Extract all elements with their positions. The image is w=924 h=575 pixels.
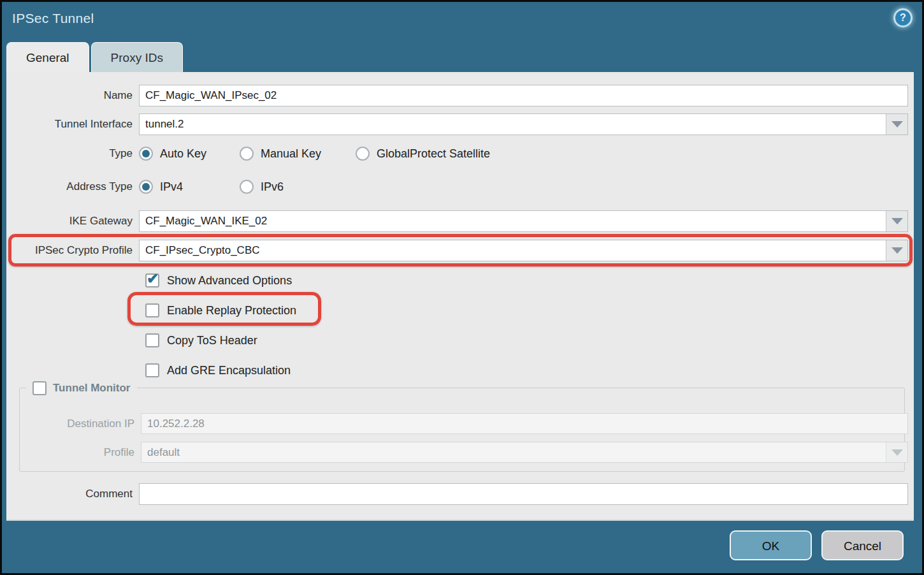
name-row: Name — [6, 85, 914, 106]
ipsec-crypto-profile-dropdown-button[interactable] — [886, 240, 907, 261]
ike-gateway-row: IKE Gateway — [6, 210, 914, 232]
destination-ip-field-wrap — [141, 413, 908, 434]
radio-manual-key-label: Manual Key — [261, 147, 335, 161]
enable-replay-protection-label: Enable Replay Protection — [167, 304, 296, 317]
comment-row: Comment — [6, 483, 914, 505]
ok-button[interactable]: OK — [730, 530, 812, 560]
tunnel-interface-label: Tunnel Interface — [6, 113, 133, 135]
address-type-label: Address Type — [6, 177, 133, 196]
address-type-radio-group: IPv4 IPv6 — [139, 177, 284, 196]
destination-ip-input — [141, 413, 908, 434]
tunnel-interface-input[interactable] — [139, 113, 908, 135]
name-field-wrap — [139, 85, 908, 106]
tunnel-monitor-checkbox[interactable] — [32, 381, 47, 395]
destination-ip-label: Destination IP — [26, 413, 134, 434]
chevron-down-icon — [892, 121, 903, 127]
chevron-down-icon — [892, 247, 903, 254]
tunnel-interface-row: Tunnel Interface — [6, 113, 914, 135]
tab-proxy-ids[interactable]: Proxy IDs — [91, 42, 183, 73]
tunnel-interface-dropdown-button[interactable] — [886, 114, 907, 135]
radio-globalprotect-satellite-label: GlobalProtect Satellite — [377, 147, 490, 161]
comment-input[interactable] — [139, 483, 908, 505]
type-radio-group: Auto Key Manual Key GlobalProtect Satell… — [139, 144, 490, 163]
address-type-row: Address Type IPv4 IPv6 — [6, 177, 914, 196]
show-advanced-options-label: Show Advanced Options — [167, 274, 292, 288]
ike-gateway-dropdown-button[interactable] — [886, 211, 907, 231]
tab-general[interactable]: General — [6, 42, 89, 73]
dialog-title: IPSec Tunnel — [12, 11, 94, 26]
cancel-button[interactable]: Cancel — [821, 530, 904, 560]
radio-ipv4[interactable] — [139, 180, 153, 194]
profile-combo — [141, 442, 908, 463]
enable-replay-protection-checkbox[interactable] — [145, 303, 159, 317]
radio-ipv6[interactable] — [240, 180, 254, 194]
ike-gateway-combo — [139, 210, 908, 232]
radio-auto-key-label: Auto Key — [160, 147, 219, 161]
add-gre-encapsulation-row: Add GRE Encapsulation — [145, 362, 291, 379]
radio-globalprotect-satellite[interactable] — [356, 147, 370, 161]
copy-tos-header-checkbox[interactable] — [145, 333, 159, 347]
radio-ipv6-label: IPv6 — [261, 180, 284, 194]
copy-tos-header-label: Copy ToS Header — [167, 334, 257, 347]
comment-field-wrap — [139, 483, 908, 505]
tunnel-monitor-label: Tunnel Monitor — [53, 382, 131, 395]
radio-manual-key[interactable] — [240, 147, 254, 161]
radio-auto-key[interactable] — [139, 147, 153, 161]
show-advanced-options-checkbox[interactable] — [145, 273, 159, 288]
chevron-down-icon — [892, 218, 903, 224]
tunnel-monitor-legend: Tunnel Monitor — [26, 380, 137, 397]
profile-label: Profile — [26, 442, 134, 463]
destination-ip-row: Destination IP — [20, 413, 904, 434]
chevron-down-icon — [892, 449, 903, 456]
ipsec-crypto-profile-row: IPSec Crypto Profile — [6, 240, 914, 261]
type-row: Type Auto Key Manual Key GlobalProtect S… — [6, 144, 914, 163]
profile-dropdown-button — [886, 442, 907, 462]
help-icon[interactable]: ? — [893, 8, 913, 27]
add-gre-encapsulation-label: Add GRE Encapsulation — [167, 364, 291, 377]
name-input[interactable] — [139, 85, 908, 106]
ipsec-crypto-profile-input[interactable] — [139, 240, 908, 261]
add-gre-encapsulation-checkbox[interactable] — [145, 363, 159, 377]
tunnel-monitor-fieldset: Tunnel Monitor Destination IP Profile — [19, 388, 905, 472]
profile-row: Profile — [20, 442, 904, 463]
ipsec-crypto-profile-label: IPSec Crypto Profile — [6, 240, 133, 261]
name-label: Name — [6, 85, 133, 106]
copy-tos-header-row: Copy ToS Header — [145, 332, 257, 349]
radio-ipv4-label: IPv4 — [160, 180, 219, 194]
general-tab-panel: Name Tunnel Interface Type Auto Key Manu — [6, 72, 914, 521]
tunnel-interface-combo — [139, 113, 908, 135]
ike-gateway-label: IKE Gateway — [6, 210, 133, 232]
profile-input — [141, 442, 908, 463]
tab-bar: General Proxy IDs — [6, 42, 183, 73]
show-advanced-options-row: Show Advanced Options — [145, 272, 292, 289]
ike-gateway-input[interactable] — [139, 210, 908, 232]
ipsec-tunnel-dialog: IPSec Tunnel ? General Proxy IDs Name Tu… — [0, 0, 924, 575]
enable-replay-protection-row: Enable Replay Protection — [145, 302, 296, 319]
comment-label: Comment — [6, 483, 133, 505]
ipsec-crypto-profile-combo — [139, 240, 908, 261]
type-label: Type — [6, 144, 133, 163]
